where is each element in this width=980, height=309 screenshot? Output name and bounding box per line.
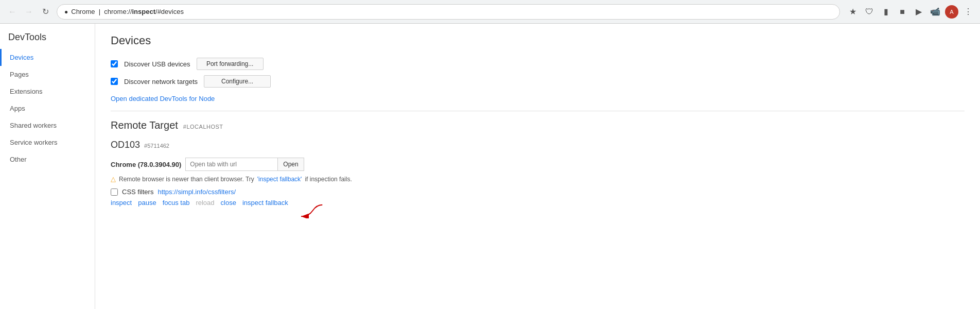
network-label: Discover network targets	[124, 78, 198, 85]
warning-text-after: if inspection fails.	[305, 176, 352, 183]
network-option-row: Discover network targets Configure...	[111, 75, 965, 88]
focus-tab-link[interactable]: focus tab	[163, 199, 190, 207]
ext-icon3[interactable]: 📹	[929, 5, 942, 19]
inspect-fallback-container: inspect fallback	[242, 199, 288, 207]
avatar[interactable]: A	[945, 5, 958, 19]
forward-button[interactable]: →	[22, 5, 36, 19]
action-links: inspect pause focus tab reload close ins…	[111, 199, 965, 207]
sidebar-item-extensions[interactable]: Extensions	[0, 83, 95, 100]
main-layout: DevTools Devices Pages Extensions Apps S…	[0, 24, 980, 309]
ext-icon2[interactable]: ▶	[912, 5, 925, 19]
device-id: #5711462	[144, 143, 169, 149]
css-filter-url[interactable]: https://simpl.info/cssfilters/	[157, 188, 236, 196]
back-button[interactable]: ←	[5, 5, 20, 19]
inspect-fallback-link[interactable]: inspect fallback	[242, 199, 288, 207]
warning-icon: △	[111, 175, 116, 183]
sidebar-title: DevTools	[0, 32, 95, 49]
usb-label: Discover USB devices	[124, 60, 190, 68]
devtools-node-link[interactable]: Open dedicated DevTools for Node	[111, 95, 215, 102]
reload-link[interactable]: reload	[196, 199, 214, 207]
sidebar-item-pages[interactable]: Pages	[0, 66, 95, 83]
nav-buttons: ← → ↻	[5, 5, 52, 19]
content-area: Devices Discover USB devices Port forwar…	[95, 24, 980, 309]
remote-target-title: Remote Target	[111, 119, 178, 131]
page-title: Devices	[111, 34, 965, 47]
browser-chrome: ← → ↻ ● Chrome | chrome://inspect/#devic…	[0, 0, 980, 24]
section-divider	[111, 111, 965, 111]
warning-text-before: Remote browser is newer than client brow…	[119, 176, 254, 183]
red-arrow-annotation	[293, 203, 324, 218]
css-filter-checkbox[interactable]	[111, 188, 118, 196]
sidebar-item-service-workers[interactable]: Service workers	[0, 134, 95, 151]
site-icon: ●	[64, 8, 68, 15]
chrome-version-row: Chrome (78.0.3904.90) Open	[111, 158, 965, 171]
address-bar[interactable]: ● Chrome | chrome://inspect/#devices	[57, 4, 840, 20]
usb-option-row: Discover USB devices Port forwarding...	[111, 58, 965, 70]
sidebar-item-other[interactable]: Other	[0, 151, 95, 168]
shield-icon[interactable]: 🛡	[863, 5, 876, 19]
css-filter-label: CSS filters	[122, 188, 153, 196]
remote-target-subtitle: #LOCALHOST	[183, 124, 223, 130]
device-name-row: OD103 #5711462	[111, 140, 965, 150]
toolbar-icons: ★ 🛡 ▮ ■ ▶ 📹 A ⋮	[846, 5, 975, 19]
reload-button[interactable]: ↻	[38, 5, 52, 19]
sidebar-item-devices[interactable]: Devices	[0, 49, 95, 66]
device-name-text: OD103	[111, 140, 140, 150]
usb-checkbox[interactable]	[111, 60, 118, 67]
menu-icon[interactable]: ⋮	[961, 5, 975, 19]
warning-row: △ Remote browser is newer than client br…	[111, 175, 965, 183]
inspect-link[interactable]: inspect	[111, 199, 132, 207]
pause-link[interactable]: pause	[138, 199, 156, 207]
pocket-icon[interactable]: ▮	[879, 5, 892, 19]
url-input-group: Open	[185, 158, 304, 171]
network-checkbox[interactable]	[111, 78, 118, 85]
star-icon[interactable]: ★	[846, 5, 860, 19]
ext-icon1[interactable]: ■	[896, 5, 909, 19]
url-text: Chrome | chrome://inspect/#devices	[71, 8, 832, 15]
close-link[interactable]: close	[221, 199, 236, 207]
configure-button[interactable]: Configure...	[204, 75, 271, 88]
css-filter-row: CSS filters https://simpl.info/cssfilter…	[111, 188, 965, 196]
sidebar: DevTools Devices Pages Extensions Apps S…	[0, 24, 95, 309]
sidebar-item-apps[interactable]: Apps	[0, 100, 95, 117]
sidebar-item-shared-workers[interactable]: Shared workers	[0, 117, 95, 134]
open-tab-button[interactable]: Open	[278, 158, 304, 171]
port-forwarding-button[interactable]: Port forwarding...	[197, 58, 264, 70]
options-section: Discover USB devices Port forwarding... …	[111, 58, 965, 102]
chrome-version: Chrome (78.0.3904.90)	[111, 161, 181, 168]
remote-target-header: Remote Target #LOCALHOST	[111, 119, 965, 131]
inspect-fallback-warning-link[interactable]: 'inspect fallback'	[257, 176, 302, 183]
url-input[interactable]	[185, 158, 278, 171]
